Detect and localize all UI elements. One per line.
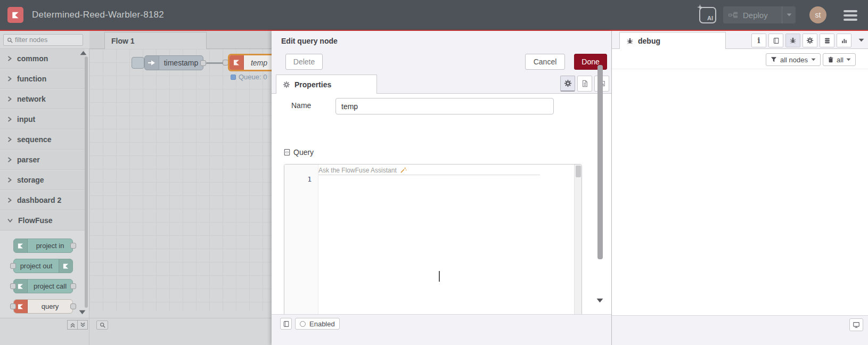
palette-search-row [0, 31, 89, 49]
canvas-search-button[interactable] [96, 321, 108, 330]
info-icon: i [757, 36, 760, 45]
code-document-icon [284, 149, 290, 156]
database-icon [824, 37, 831, 44]
canvas-footer [89, 318, 272, 345]
text-cursor [439, 271, 440, 282]
inject-arrow-icon [145, 56, 159, 70]
node-status: Queue: 0 [231, 73, 267, 81]
editor-scrollbar[interactable] [574, 165, 582, 318]
main-menu-button[interactable] [844, 10, 857, 21]
debug-tab-button[interactable] [785, 34, 800, 47]
output-port[interactable] [200, 60, 206, 66]
deploy-options-caret[interactable] [782, 6, 796, 23]
palette-node-project-out[interactable]: project out [13, 259, 73, 273]
filter-nodes-searchbox[interactable] [3, 34, 83, 46]
palette-footer [0, 318, 89, 345]
palette-node-query[interactable]: query [13, 299, 73, 314]
palette-category-storage[interactable]: storage [0, 170, 85, 190]
chevron-right-icon [7, 198, 12, 203]
palette-scroll-down-icon[interactable] [79, 310, 86, 315]
expand-all-categories-button[interactable] [77, 320, 88, 330]
config-nodes-tab-button[interactable] [803, 34, 817, 47]
filter-nodes-input[interactable] [15, 36, 73, 44]
debug-filter-label: all nodes [780, 56, 808, 64]
enabled-state-icon [300, 321, 306, 327]
inject-node-body[interactable]: timestamp [144, 55, 203, 70]
user-avatar[interactable]: st [809, 6, 826, 23]
output-port[interactable] [70, 243, 76, 249]
open-in-window-button[interactable] [849, 318, 863, 331]
flowfuse-assistant-prompt[interactable]: Ask the FlowFuse Assistant [318, 166, 540, 175]
tab-flow-1[interactable]: Flow 1 [104, 32, 207, 49]
flowfuse-query-icon [230, 55, 244, 70]
right-sidebar: debug i [611, 31, 868, 345]
tab-properties[interactable]: Properties [276, 75, 377, 94]
palette-category-input[interactable]: input [0, 110, 85, 129]
assistant-placeholder: Ask the FlowFuse Assistant [318, 167, 397, 174]
flow-tabbar: Flow 1 [89, 31, 272, 49]
scroll-down-icon[interactable] [596, 298, 603, 303]
node-help-button[interactable] [280, 318, 292, 330]
node-palette: common function network input sequence p… [0, 31, 89, 345]
debug-messages-pane [612, 69, 868, 315]
enabled-label: Enabled [309, 320, 335, 328]
cancel-button[interactable]: Cancel [525, 54, 565, 70]
debug-clear-button[interactable]: all [823, 53, 856, 66]
chevron-right-icon [7, 177, 12, 183]
status-dot-icon [231, 75, 236, 80]
tray-title: Edit query node [281, 31, 338, 51]
gear-icon [564, 79, 572, 87]
sidebar-options-caret[interactable] [858, 38, 864, 42]
input-port[interactable] [10, 303, 16, 309]
palette-scroll-up-icon[interactable] [80, 51, 87, 55]
palette-category-sequence[interactable]: sequence [0, 130, 85, 150]
query-section-header: Query [284, 148, 314, 157]
ai-assistant-button[interactable]: AI [699, 7, 716, 23]
name-field[interactable] [335, 98, 554, 114]
palette-category-network[interactable]: network [0, 89, 85, 109]
debug-toolbar: all nodes all [612, 49, 868, 69]
node-temp-selected[interactable]: temp [228, 54, 272, 71]
output-port[interactable] [70, 303, 76, 309]
ai-label: AI [707, 15, 713, 21]
help-tab-button[interactable] [768, 34, 783, 47]
node-settings-button[interactable] [560, 76, 575, 92]
info-tab-button[interactable]: i [751, 34, 766, 47]
input-port[interactable] [10, 283, 16, 289]
output-port[interactable] [70, 283, 76, 289]
collapse-all-categories-button[interactable] [67, 320, 78, 330]
delete-button[interactable]: Delete [285, 54, 323, 70]
tray-scrollbar[interactable] [597, 65, 603, 267]
node-enabled-toggle[interactable]: Enabled [295, 318, 340, 330]
palette-category-flowfuse[interactable]: FlowFuse [0, 211, 85, 231]
description-tab-button[interactable] [577, 76, 592, 92]
palette-category-parser[interactable]: parser [0, 150, 85, 170]
palette-node-project-in[interactable]: project in [13, 239, 73, 253]
chevron-right-icon [7, 157, 12, 162]
palette-category-common[interactable]: common [0, 49, 85, 69]
sidebar-icon-buttons: i [751, 34, 851, 47]
node-timestamp[interactable]: timestamp [132, 55, 203, 70]
palette-node-project-call[interactable]: project call [13, 279, 73, 293]
chevron-down-icon [7, 218, 13, 223]
tab-debug[interactable]: debug [619, 32, 726, 49]
dashboard-tab-button[interactable] [837, 34, 851, 47]
bug-icon [626, 37, 634, 45]
name-label: Name [291, 101, 311, 110]
chevron-down-icon [846, 58, 851, 61]
palette-scrollbar[interactable] [85, 56, 88, 308]
inject-trigger-button[interactable] [132, 57, 144, 69]
workspace-grid[interactable]: timestamp temp Queue: 0 [89, 49, 272, 311]
bar-chart-icon [841, 37, 848, 44]
tray-footer: Enabled [272, 314, 611, 345]
context-data-tab-button[interactable] [820, 34, 834, 47]
palette-category-dashboard2[interactable]: dashboard 2 [0, 191, 85, 210]
document-icon [581, 80, 588, 87]
bug-icon [789, 37, 797, 44]
deploy-button[interactable]: Deploy [723, 6, 796, 23]
query-code-editor[interactable]: 1 Ask the FlowFuse Assistant [284, 164, 582, 318]
input-port[interactable] [10, 263, 16, 269]
debug-filter-button[interactable]: all nodes [766, 53, 821, 66]
line-number: 1 [307, 175, 312, 183]
palette-category-function[interactable]: function [0, 69, 85, 89]
